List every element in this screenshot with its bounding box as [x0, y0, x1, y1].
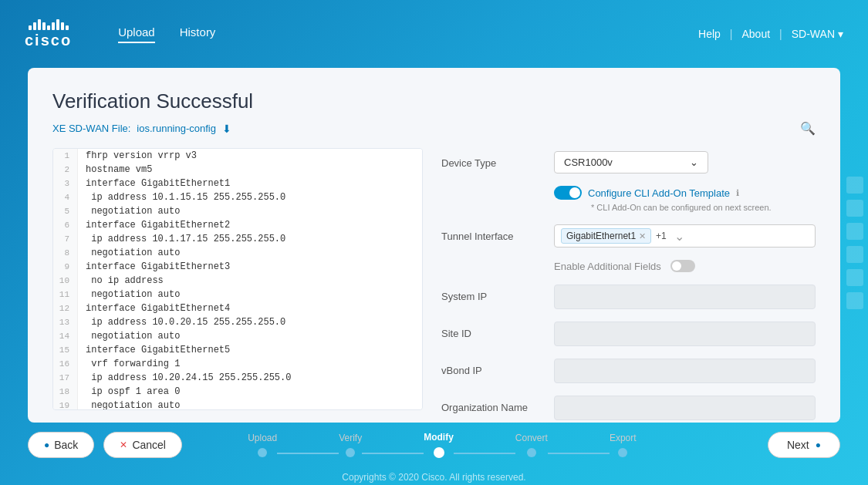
vbond-ip-row: vBond IP: [441, 359, 816, 383]
step-dot: [258, 448, 267, 457]
footer-text: Copyrights © 2020 Cisco. All rights rese…: [342, 472, 525, 483]
code-line: 10 no ip address: [53, 274, 422, 288]
code-line: 16 vrf forwarding 1: [53, 357, 422, 371]
step-label: Verify: [339, 433, 362, 443]
side-decorations: [846, 0, 868, 485]
search-icon[interactable]: 🔍: [800, 121, 816, 136]
code-line: 18 ip ospf 1 area 0: [53, 385, 422, 399]
site-id-label: Site ID: [441, 322, 542, 339]
nav-upload[interactable]: Upload: [118, 25, 155, 43]
file-label: XE SD-WAN File:: [52, 123, 130, 134]
steps-bar: UploadVerifyModifyConvertExport: [248, 432, 636, 458]
org-name-control: [554, 396, 816, 420]
device-type-label: Device Type: [441, 151, 542, 169]
code-line: 4 ip address 10.1.15.15 255.255.255.0: [53, 190, 422, 204]
system-ip-row: System IP: [441, 285, 816, 309]
code-line: 11 negotiation auto: [53, 288, 422, 301]
code-line: 13 ip address 10.0.20.15 255.255.255.0: [53, 315, 422, 329]
step-convert: Convert: [515, 433, 548, 457]
info-icon[interactable]: ℹ: [736, 188, 739, 198]
cli-addon-label: Configure CLI Add-On Template: [588, 187, 730, 199]
device-type-select[interactable]: CSR1000v ⌄: [554, 151, 708, 173]
step-label: Modify: [424, 432, 454, 443]
step-dot: [434, 447, 444, 458]
tunnel-interface-row: Tunnel Interface GigabitEthernet1 ✕ +1 ⌄: [441, 224, 816, 248]
tunnel-interface-label: Tunnel Interface: [441, 224, 542, 242]
header-right: Help | About | SD-WAN ▾: [698, 28, 843, 40]
step-label: Upload: [248, 433, 277, 443]
next-button[interactable]: Next ●: [768, 432, 840, 458]
logo-text: cisco: [25, 32, 72, 49]
step-connector: [454, 453, 515, 454]
sep1: |: [730, 28, 733, 40]
cisco-logo: cisco: [25, 19, 72, 49]
step-dot: [618, 448, 627, 457]
tunnel-interface-control: GigabitEthernet1 ✕ +1 ⌄: [554, 224, 816, 248]
code-line: 5 negotiation auto: [53, 204, 422, 218]
about-link[interactable]: About: [742, 28, 771, 40]
sd-wan-dropdown[interactable]: SD-WAN ▾: [792, 28, 843, 40]
code-line: 6interface GigabitEthernet2: [53, 218, 422, 232]
step-modify: Modify: [424, 432, 454, 458]
chevron-down-icon: ⌄: [674, 229, 684, 244]
site-id-row: Site ID: [441, 322, 816, 346]
vbond-ip-label: vBond IP: [441, 359, 542, 376]
step-dot: [527, 448, 536, 457]
tunnel-tag-value: GigabitEthernet1: [566, 231, 636, 241]
site-id-input[interactable]: [554, 322, 816, 346]
org-name-label: Organization Name: [441, 396, 542, 413]
step-label: Export: [610, 433, 637, 443]
enable-fields-toggle[interactable]: [670, 260, 695, 272]
right-panel: Device Type CSR1000v ⌄ Configure CLI Add…: [441, 148, 816, 410]
cancel-button[interactable]: ✕ Cancel: [103, 432, 182, 458]
enable-fields-label: Enable Additional Fields: [554, 261, 661, 272]
cli-addon-toggle-row: Configure CLI Add-On Template ℹ: [554, 186, 739, 200]
org-name-row: Organization Name: [441, 396, 816, 420]
next-icon: ●: [816, 440, 821, 450]
device-type-control: CSR1000v ⌄: [554, 151, 816, 173]
tunnel-select[interactable]: GigabitEthernet1 ✕ +1 ⌄: [554, 224, 816, 248]
cli-addon-toggle[interactable]: [554, 186, 582, 200]
device-type-value: CSR1000v: [564, 157, 613, 168]
step-upload: Upload: [248, 433, 277, 457]
code-line: 12interface GigabitEthernet4: [53, 301, 422, 315]
toggle-knob: [569, 187, 580, 198]
help-link[interactable]: Help: [698, 28, 721, 40]
org-name-input[interactable]: [554, 396, 816, 420]
nav-history[interactable]: History: [180, 25, 216, 43]
next-label: Next: [787, 439, 809, 451]
chevron-down-icon: ⌄: [690, 157, 698, 168]
file-info: XE SD-WAN File: ios.running-config ⬇ 🔍: [52, 121, 816, 136]
sep2: |: [779, 28, 782, 40]
sd-wan-label: SD-WAN: [792, 28, 835, 40]
step-connector: [548, 453, 610, 454]
step-dot: [346, 448, 355, 457]
system-ip-control: [554, 285, 816, 309]
system-ip-input[interactable]: [554, 285, 816, 309]
main-card: Verification Successful XE SD-WAN File: …: [28, 68, 840, 423]
enable-fields-row: Enable Additional Fields: [441, 260, 816, 272]
download-icon[interactable]: ⬇: [222, 123, 231, 135]
code-line: 1fhrp version vrrp v3: [53, 149, 422, 163]
step-export: Export: [610, 433, 637, 457]
step-connector: [277, 453, 339, 454]
step-label: Convert: [515, 433, 548, 443]
code-line: 7 ip address 10.1.17.15 255.255.255.0: [53, 232, 422, 246]
page-title: Verification Successful: [52, 89, 816, 113]
cli-addon-note: * CLI Add-On can be configured on next s…: [554, 203, 772, 212]
content-area: 1fhrp version vrrp v32hostname vm53inter…: [52, 148, 816, 410]
cancel-label: Cancel: [132, 439, 166, 451]
code-line: 19 negotiation auto: [53, 399, 422, 410]
back-button[interactable]: ● Back: [28, 432, 94, 458]
system-ip-label: System IP: [441, 285, 542, 302]
vbond-ip-input[interactable]: [554, 359, 816, 383]
tag-remove-icon[interactable]: ✕: [639, 231, 646, 241]
cancel-icon: ✕: [120, 440, 127, 450]
chevron-down-icon: ▾: [838, 28, 843, 40]
code-line: 9interface GigabitEthernet3: [53, 260, 422, 274]
bottom-bar: ● Back ✕ Cancel UploadVerifyModifyConver…: [0, 423, 868, 467]
file-name: ios.running-config: [137, 123, 216, 134]
logo-icon: [29, 19, 69, 30]
plus-one[interactable]: +1: [656, 231, 667, 241]
device-type-row: Device Type CSR1000v ⌄: [441, 151, 816, 173]
